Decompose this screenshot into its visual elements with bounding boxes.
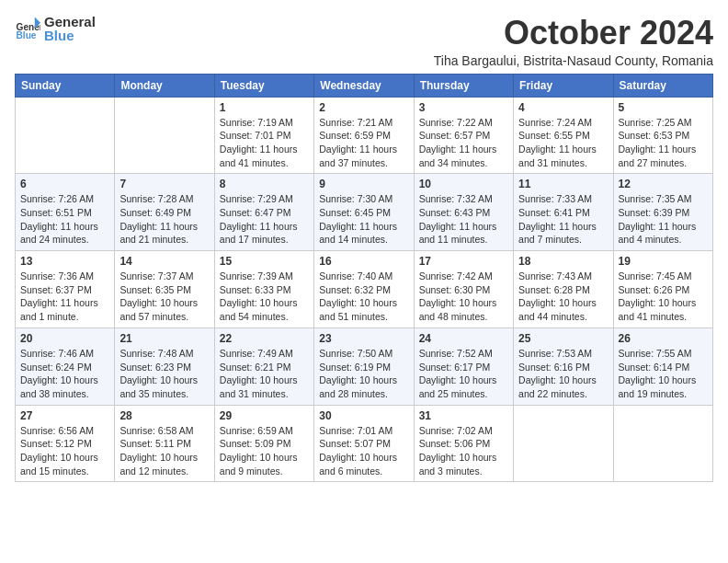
day-info: Sunrise: 7:46 AM Sunset: 6:24 PM Dayligh… (20, 347, 109, 401)
day-number: 16 (319, 255, 408, 268)
day-info: Sunrise: 7:22 AM Sunset: 6:57 PM Dayligh… (419, 116, 508, 170)
day-info: Sunrise: 7:42 AM Sunset: 6:30 PM Dayligh… (419, 270, 508, 324)
day-info: Sunrise: 7:21 AM Sunset: 6:59 PM Dayligh… (319, 116, 408, 170)
calendar-cell: 23Sunrise: 7:50 AM Sunset: 6:19 PM Dayli… (314, 327, 414, 405)
calendar-cell: 16Sunrise: 7:40 AM Sunset: 6:32 PM Dayli… (314, 251, 414, 328)
day-number: 2 (319, 101, 408, 114)
day-number: 4 (518, 101, 608, 114)
day-info: Sunrise: 7:29 AM Sunset: 6:47 PM Dayligh… (220, 192, 309, 247)
calendar-cell: 28Sunrise: 6:58 AM Sunset: 5:11 PM Dayli… (115, 405, 214, 482)
day-number: 23 (319, 332, 408, 345)
calendar-cell: 31Sunrise: 7:02 AM Sunset: 5:06 PM Dayli… (414, 405, 513, 482)
title-area: October 2024 Tiha Bargaului, Bistrita-Na… (434, 15, 713, 68)
day-number: 30 (319, 409, 408, 422)
calendar-cell: 14Sunrise: 7:37 AM Sunset: 6:35 PM Dayli… (115, 251, 214, 328)
day-info: Sunrise: 7:55 AM Sunset: 6:14 PM Dayligh… (619, 347, 708, 401)
calendar-cell (613, 405, 712, 482)
calendar-cell: 7Sunrise: 7:28 AM Sunset: 6:49 PM Daylig… (115, 174, 214, 251)
day-info: Sunrise: 6:56 AM Sunset: 5:12 PM Dayligh… (20, 424, 109, 478)
calendar-cell: 5Sunrise: 7:25 AM Sunset: 6:53 PM Daylig… (613, 97, 712, 174)
day-header-saturday: Saturday (613, 74, 712, 97)
day-number: 1 (220, 101, 309, 114)
day-info: Sunrise: 7:36 AM Sunset: 6:37 PM Dayligh… (20, 270, 109, 324)
day-info: Sunrise: 7:52 AM Sunset: 6:17 PM Dayligh… (419, 347, 508, 401)
day-info: Sunrise: 7:24 AM Sunset: 6:55 PM Dayligh… (518, 116, 608, 170)
calendar-cell: 3Sunrise: 7:22 AM Sunset: 6:57 PM Daylig… (414, 97, 513, 174)
day-info: Sunrise: 7:43 AM Sunset: 6:28 PM Dayligh… (518, 270, 608, 324)
calendar-cell: 27Sunrise: 6:56 AM Sunset: 5:12 PM Dayli… (16, 405, 115, 482)
logo-general: General (44, 15, 96, 29)
day-info: Sunrise: 7:26 AM Sunset: 6:51 PM Dayligh… (20, 192, 109, 247)
calendar-cell: 20Sunrise: 7:46 AM Sunset: 6:24 PM Dayli… (16, 327, 115, 405)
calendar-cell: 15Sunrise: 7:39 AM Sunset: 6:33 PM Dayli… (214, 251, 313, 328)
day-number: 29 (220, 409, 309, 422)
day-number: 13 (20, 255, 109, 268)
day-info: Sunrise: 6:58 AM Sunset: 5:11 PM Dayligh… (119, 424, 209, 478)
calendar-week-row: 6Sunrise: 7:26 AM Sunset: 6:51 PM Daylig… (16, 174, 713, 251)
calendar-table: SundayMondayTuesdayWednesdayThursdayFrid… (15, 74, 713, 483)
day-info: Sunrise: 7:02 AM Sunset: 5:06 PM Dayligh… (419, 424, 508, 478)
day-number: 15 (220, 255, 309, 268)
location-subtitle: Tiha Bargaului, Bistrita-Nasaud County, … (434, 53, 713, 68)
day-info: Sunrise: 7:25 AM Sunset: 6:53 PM Dayligh… (619, 116, 708, 170)
day-header-monday: Monday (115, 74, 214, 97)
calendar-cell: 8Sunrise: 7:29 AM Sunset: 6:47 PM Daylig… (214, 174, 313, 251)
day-info: Sunrise: 7:33 AM Sunset: 6:41 PM Dayligh… (518, 192, 608, 247)
day-header-tuesday: Tuesday (214, 74, 313, 97)
day-info: Sunrise: 6:59 AM Sunset: 5:09 PM Dayligh… (220, 424, 309, 478)
day-info: Sunrise: 7:40 AM Sunset: 6:32 PM Dayligh… (319, 270, 408, 324)
calendar-cell (115, 97, 214, 174)
day-number: 8 (220, 178, 309, 190)
day-number: 22 (220, 332, 309, 345)
day-number: 5 (619, 101, 708, 114)
day-number: 11 (518, 178, 608, 190)
calendar-cell: 10Sunrise: 7:32 AM Sunset: 6:43 PM Dayli… (414, 174, 513, 251)
day-info: Sunrise: 7:30 AM Sunset: 6:45 PM Dayligh… (319, 192, 408, 247)
calendar-cell: 13Sunrise: 7:36 AM Sunset: 6:37 PM Dayli… (16, 251, 115, 328)
calendar-cell: 22Sunrise: 7:49 AM Sunset: 6:21 PM Dayli… (214, 327, 313, 405)
day-number: 18 (518, 255, 608, 268)
logo-icon: General Blue (15, 16, 40, 41)
day-info: Sunrise: 7:49 AM Sunset: 6:21 PM Dayligh… (220, 347, 309, 401)
calendar-cell: 25Sunrise: 7:53 AM Sunset: 6:16 PM Dayli… (514, 327, 613, 405)
day-info: Sunrise: 7:19 AM Sunset: 7:01 PM Dayligh… (220, 116, 309, 170)
calendar-header-row: SundayMondayTuesdayWednesdayThursdayFrid… (16, 74, 713, 97)
day-info: Sunrise: 7:35 AM Sunset: 6:39 PM Dayligh… (619, 192, 708, 247)
calendar-cell (16, 97, 115, 174)
day-number: 6 (20, 178, 109, 190)
month-title: October 2024 (434, 15, 713, 52)
logo: General Blue General Blue (15, 15, 96, 42)
calendar-week-row: 13Sunrise: 7:36 AM Sunset: 6:37 PM Dayli… (16, 251, 713, 328)
calendar-cell: 11Sunrise: 7:33 AM Sunset: 6:41 PM Dayli… (514, 174, 613, 251)
svg-text:Blue: Blue (17, 30, 37, 40)
calendar-cell: 19Sunrise: 7:45 AM Sunset: 6:26 PM Dayli… (613, 251, 712, 328)
day-info: Sunrise: 7:50 AM Sunset: 6:19 PM Dayligh… (319, 347, 408, 401)
day-info: Sunrise: 7:32 AM Sunset: 6:43 PM Dayligh… (419, 192, 508, 247)
day-header-wednesday: Wednesday (314, 74, 414, 97)
day-number: 17 (419, 255, 508, 268)
day-number: 9 (319, 178, 408, 190)
day-number: 14 (119, 255, 209, 268)
day-info: Sunrise: 7:45 AM Sunset: 6:26 PM Dayligh… (619, 270, 708, 324)
day-number: 19 (619, 255, 708, 268)
calendar-cell: 26Sunrise: 7:55 AM Sunset: 6:14 PM Dayli… (613, 327, 712, 405)
calendar-cell: 30Sunrise: 7:01 AM Sunset: 5:07 PM Dayli… (314, 405, 414, 482)
day-number: 7 (119, 178, 209, 190)
day-number: 10 (419, 178, 508, 190)
calendar-week-row: 20Sunrise: 7:46 AM Sunset: 6:24 PM Dayli… (16, 327, 713, 405)
day-info: Sunrise: 7:01 AM Sunset: 5:07 PM Dayligh… (319, 424, 408, 478)
day-number: 25 (518, 332, 608, 345)
day-info: Sunrise: 7:28 AM Sunset: 6:49 PM Dayligh… (119, 192, 209, 247)
day-number: 26 (619, 332, 708, 345)
calendar-cell: 21Sunrise: 7:48 AM Sunset: 6:23 PM Dayli… (115, 327, 214, 405)
calendar-cell: 29Sunrise: 6:59 AM Sunset: 5:09 PM Dayli… (214, 405, 313, 482)
calendar-cell: 1Sunrise: 7:19 AM Sunset: 7:01 PM Daylig… (214, 97, 313, 174)
calendar-cell: 17Sunrise: 7:42 AM Sunset: 6:30 PM Dayli… (414, 251, 513, 328)
day-info: Sunrise: 7:48 AM Sunset: 6:23 PM Dayligh… (119, 347, 209, 401)
day-info: Sunrise: 7:37 AM Sunset: 6:35 PM Dayligh… (119, 270, 209, 324)
calendar-cell (514, 405, 613, 482)
calendar-cell: 24Sunrise: 7:52 AM Sunset: 6:17 PM Dayli… (414, 327, 513, 405)
day-number: 28 (119, 409, 209, 422)
calendar-cell: 2Sunrise: 7:21 AM Sunset: 6:59 PM Daylig… (314, 97, 414, 174)
calendar-cell: 12Sunrise: 7:35 AM Sunset: 6:39 PM Dayli… (613, 174, 712, 251)
